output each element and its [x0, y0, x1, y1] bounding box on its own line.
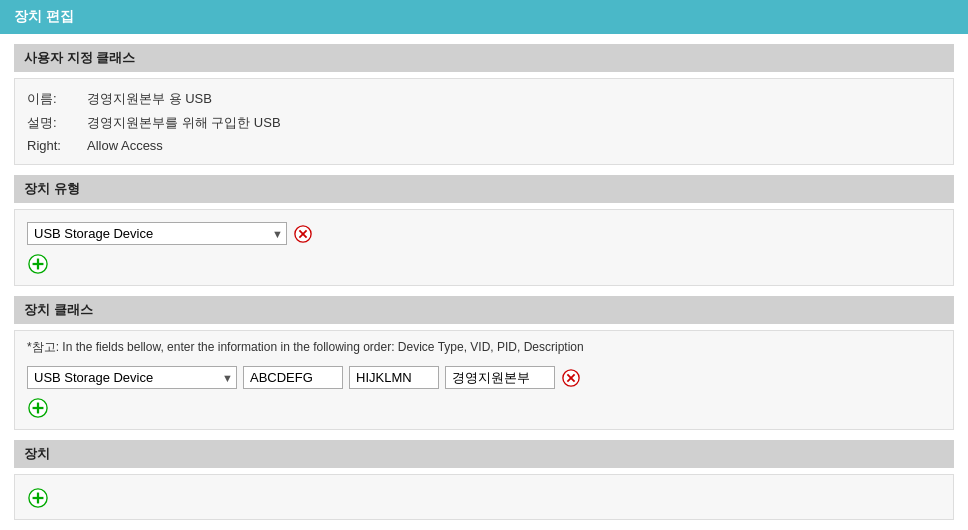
page-title: 장치 편집 [14, 8, 74, 24]
device-type-section-header: 장치 유형 [14, 175, 954, 203]
device-class-row: USB Storage Device CD/DVD Device Printer… [27, 362, 941, 393]
device-type-row: USB Storage Device CD/DVD Device Printer… [27, 218, 941, 249]
device-type-section-content: USB Storage Device CD/DVD Device Printer… [14, 209, 954, 286]
device-class-dropdown-wrapper: USB Storage Device CD/DVD Device Printer… [27, 366, 237, 389]
add-circle-icon [28, 254, 48, 274]
device-class-note: *참고: In the fields bellow, enter the inf… [27, 339, 941, 356]
device-class-section-header: 장치 클래스 [14, 296, 954, 324]
name-value: 경영지원본부 용 USB [87, 90, 212, 108]
right-value: Allow Access [87, 138, 163, 153]
add-device-type-button[interactable] [27, 253, 49, 275]
device-class-section: 장치 클래스 *참고: In the fields bellow, enter … [14, 296, 954, 430]
device-section: 장치 [14, 440, 954, 520]
add-device-class-button[interactable] [27, 397, 49, 419]
desc-value: 경영지원본부를 위해 구입한 USB [87, 114, 281, 132]
remove-circle-icon-2 [562, 369, 580, 387]
name-label: 이름: [27, 90, 87, 108]
add-device-button[interactable] [27, 487, 49, 509]
device-type-section: 장치 유형 USB Storage Device CD/DVD Device P… [14, 175, 954, 286]
add-circle-icon-3 [28, 488, 48, 508]
right-label: Right: [27, 138, 87, 153]
remove-circle-icon [294, 225, 312, 243]
page-wrapper: 장치 편집 사용자 지정 클래스 이름: 경영지원본부 용 USB 설명: 경영… [0, 0, 968, 530]
name-row: 이름: 경영지원본부 용 USB [27, 87, 941, 111]
user-class-section: 사용자 지정 클래스 이름: 경영지원본부 용 USB 설명: 경영지원본부를 … [14, 44, 954, 165]
page-header: 장치 편집 [0, 0, 968, 34]
device-type-select[interactable]: USB Storage Device CD/DVD Device Printer… [27, 222, 287, 245]
user-class-section-header: 사용자 지정 클래스 [14, 44, 954, 72]
page-body: 사용자 지정 클래스 이름: 경영지원본부 용 USB 설명: 경영지원본부를 … [0, 34, 968, 530]
add-circle-icon-2 [28, 398, 48, 418]
right-row: Right: Allow Access [27, 135, 941, 156]
device-section-content [14, 474, 954, 520]
remove-device-type-button[interactable] [293, 224, 313, 244]
device-class-section-content: *참고: In the fields bellow, enter the inf… [14, 330, 954, 430]
vid-input[interactable] [243, 366, 343, 389]
desc-input[interactable] [445, 366, 555, 389]
desc-row: 설명: 경영지원본부를 위해 구입한 USB [27, 111, 941, 135]
device-class-select[interactable]: USB Storage Device CD/DVD Device Printer… [27, 366, 237, 389]
device-type-dropdown-wrapper: USB Storage Device CD/DVD Device Printer… [27, 222, 287, 245]
user-class-section-content: 이름: 경영지원본부 용 USB 설명: 경영지원본부를 위해 구입한 USB … [14, 78, 954, 165]
device-section-header: 장치 [14, 440, 954, 468]
desc-label: 설명: [27, 114, 87, 132]
pid-input[interactable] [349, 366, 439, 389]
remove-device-class-button[interactable] [561, 368, 581, 388]
